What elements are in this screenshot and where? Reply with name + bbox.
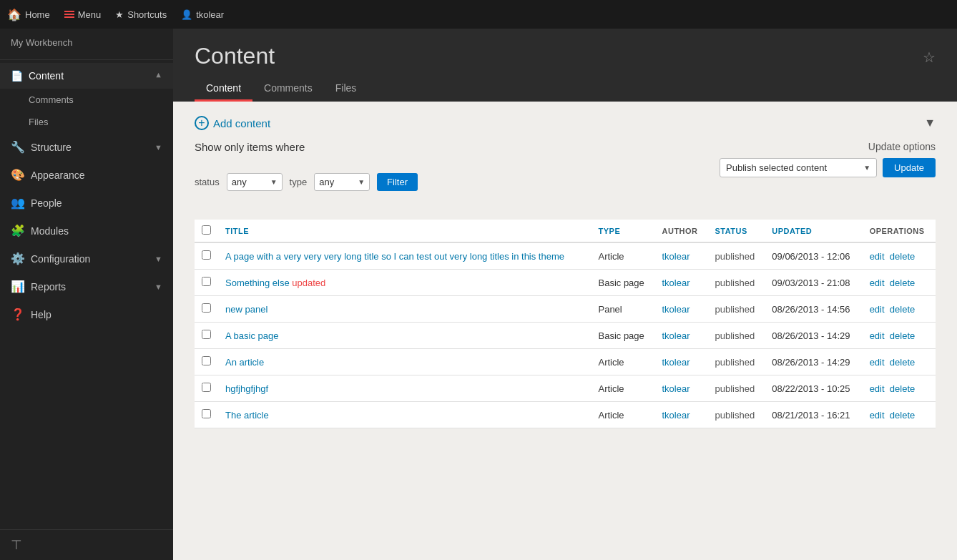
- delete-link[interactable]: delete: [890, 410, 915, 421]
- appearance-icon: 🎨: [11, 168, 25, 182]
- row-title-link[interactable]: new panel: [225, 304, 268, 315]
- table-row: Something else updated Basic page tkolea…: [195, 270, 936, 296]
- row-checkbox[interactable]: [202, 356, 211, 365]
- row-type: Panel: [591, 296, 654, 323]
- sidebar-item-workbench[interactable]: My Workbench: [0, 29, 173, 57]
- type-select[interactable]: any ▼: [314, 173, 370, 191]
- show-items-label: Show only items where: [195, 141, 305, 153]
- row-updated: 08/26/2013 - 14:56: [765, 296, 862, 323]
- delete-link[interactable]: delete: [890, 277, 915, 288]
- main-panel: Content ☆ Content Comments Files + Add c…: [173, 29, 957, 560]
- modules-icon: 🧩: [11, 224, 25, 237]
- row-title-link[interactable]: hgfjhgfjhgf: [225, 383, 268, 394]
- user-nav[interactable]: 👤 tkolear: [181, 9, 224, 20]
- sidebar-item-reports-label: Reports: [31, 281, 66, 293]
- row-operations: edit delete: [863, 242, 936, 270]
- filter-button[interactable]: Filter: [377, 173, 418, 191]
- tab-content[interactable]: Content: [195, 77, 252, 102]
- update-button[interactable]: Update: [883, 158, 936, 177]
- row-title-link[interactable]: The article: [225, 410, 269, 421]
- menu-nav[interactable]: Menu: [64, 9, 102, 20]
- sidebar-item-content[interactable]: 📄 Content ▼: [0, 63, 173, 89]
- tab-comments[interactable]: Comments: [252, 77, 324, 102]
- row-operations: edit delete: [863, 323, 936, 349]
- row-checkbox[interactable]: [202, 330, 211, 339]
- people-icon: 👥: [11, 196, 25, 210]
- home-label: Home: [25, 9, 50, 20]
- row-checkbox[interactable]: [202, 409, 211, 418]
- row-type: Article: [591, 375, 654, 402]
- row-checkbox[interactable]: [202, 250, 211, 260]
- update-select-arrow-icon: ▼: [863, 164, 870, 172]
- row-checkbox[interactable]: [202, 277, 211, 286]
- options-row: Show only items where status any ▼ type …: [195, 141, 936, 205]
- edit-link[interactable]: edit: [870, 251, 885, 262]
- update-options-label: Update options: [868, 141, 936, 152]
- sidebar-item-people[interactable]: 👥 People: [0, 189, 173, 217]
- row-title-link[interactable]: A basic page: [225, 330, 278, 341]
- favorite-star-icon[interactable]: ☆: [923, 49, 936, 66]
- row-author-link[interactable]: tkolear: [662, 330, 690, 341]
- add-content-label: Add content: [213, 117, 270, 129]
- filter-section: Show only items where status any ▼ type …: [195, 141, 418, 205]
- table-row: The article Article tkolear published 08…: [195, 402, 936, 428]
- row-checkbox[interactable]: [202, 303, 211, 313]
- delete-link[interactable]: delete: [890, 304, 915, 315]
- reports-icon: 📊: [11, 280, 25, 293]
- sidebar-item-content-label: Content: [29, 70, 64, 82]
- menu-icon: [64, 11, 74, 18]
- row-title-link[interactable]: A page with a very very very long title …: [225, 251, 564, 262]
- th-status[interactable]: STATUS: [707, 220, 765, 242]
- row-author-link[interactable]: tkolear: [662, 304, 690, 315]
- row-author-link[interactable]: tkolear: [662, 383, 690, 394]
- edit-link[interactable]: edit: [870, 410, 885, 421]
- shortcuts-nav[interactable]: ★ Shortcuts: [115, 9, 167, 20]
- row-status: published: [707, 270, 765, 296]
- th-type[interactable]: TYPE: [591, 220, 654, 242]
- th-title[interactable]: TITLE: [218, 220, 591, 242]
- row-author-link[interactable]: tkolear: [662, 251, 690, 262]
- row-status: published: [707, 242, 765, 270]
- status-select[interactable]: any ▼: [227, 173, 283, 191]
- content-area: + Add content ▼ Show only items where st…: [173, 102, 957, 560]
- th-updated[interactable]: UPDATED: [765, 220, 862, 242]
- sidebar-item-help[interactable]: ❓ Help: [0, 300, 173, 328]
- row-type: Article: [591, 349, 654, 375]
- sidebar-item-configuration-label: Configuration: [31, 253, 90, 265]
- sidebar-item-reports[interactable]: 📊 Reports ▼: [0, 272, 173, 300]
- sidebar-sub-comments[interactable]: Comments: [0, 89, 173, 111]
- sidebar-item-modules[interactable]: 🧩 Modules: [0, 217, 173, 245]
- row-title-link[interactable]: Something else updated: [225, 277, 325, 288]
- row-operations: edit delete: [863, 296, 936, 323]
- layout: My Workbench 📄 Content ▼ Comments Files …: [0, 29, 957, 560]
- row-author-link[interactable]: tkolear: [662, 357, 690, 368]
- home-nav[interactable]: 🏠 Home: [7, 8, 50, 21]
- update-select[interactable]: Publish selected content ▼: [720, 158, 877, 177]
- shortcuts-label: Shortcuts: [127, 9, 167, 20]
- title-highlight: updated: [292, 277, 325, 288]
- type-select-value: any: [319, 177, 355, 187]
- row-title-link[interactable]: An article: [225, 357, 264, 368]
- edit-link[interactable]: edit: [870, 304, 885, 315]
- toolbar-dropdown-button[interactable]: ▼: [924, 117, 936, 129]
- sidebar-sub-files[interactable]: Files: [0, 111, 173, 133]
- pin-icon[interactable]: ⊤: [11, 538, 22, 552]
- delete-link[interactable]: delete: [890, 383, 915, 394]
- sidebar-item-appearance[interactable]: 🎨 Appearance: [0, 161, 173, 189]
- row-author-link[interactable]: tkolear: [662, 277, 690, 288]
- row-checkbox[interactable]: [202, 383, 211, 392]
- row-author-link[interactable]: tkolear: [662, 410, 690, 421]
- edit-link[interactable]: edit: [870, 330, 885, 341]
- delete-link[interactable]: delete: [890, 251, 915, 262]
- delete-link[interactable]: delete: [890, 357, 915, 368]
- select-all-checkbox[interactable]: [202, 225, 211, 235]
- edit-link[interactable]: edit: [870, 277, 885, 288]
- edit-link[interactable]: edit: [870, 383, 885, 394]
- sidebar-item-structure[interactable]: 🔧 Structure ▼: [0, 133, 173, 161]
- row-operations: edit delete: [863, 349, 936, 375]
- delete-link[interactable]: delete: [890, 330, 915, 341]
- tab-files[interactable]: Files: [324, 77, 368, 102]
- add-content-button[interactable]: + Add content: [195, 116, 270, 130]
- edit-link[interactable]: edit: [870, 357, 885, 368]
- sidebar-item-configuration[interactable]: ⚙️ Configuration ▼: [0, 245, 173, 272]
